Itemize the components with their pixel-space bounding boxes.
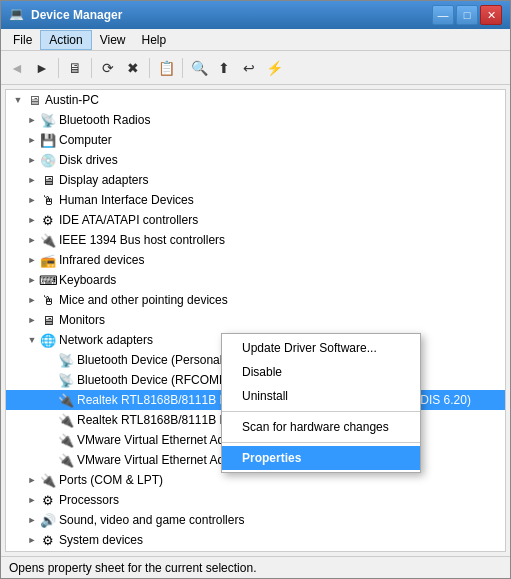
context-update-driver[interactable]: Update Driver Software... (222, 336, 420, 360)
toolbar-sep-4 (182, 58, 183, 78)
context-sep-1 (222, 411, 420, 412)
monitor-icon: 🖥 (40, 312, 56, 328)
maximize-button[interactable]: □ (456, 5, 478, 25)
tree-item-ports[interactable]: ► 🔌 Ports (COM & LPT) (6, 470, 505, 490)
tree-item-system[interactable]: ► ⚙ System devices (6, 530, 505, 550)
tree-item-computer[interactable]: ► 💾 Computer (6, 130, 505, 150)
expand-vmware1 (42, 432, 58, 448)
system-label: System devices (59, 533, 143, 547)
window-icon: 💻 (9, 7, 25, 23)
tree-item-hid[interactable]: ► 🖱 Human Interface Devices (6, 190, 505, 210)
root-label: Austin-PC (45, 93, 99, 107)
ports-icon: 🔌 (40, 472, 56, 488)
forward-button[interactable]: ► (30, 56, 54, 80)
display-icon: 🖥 (40, 172, 56, 188)
tree-item-keyboard[interactable]: ► ⌨ Keyboards (6, 270, 505, 290)
scan-hardware-button[interactable]: 🔍 (187, 56, 211, 80)
expand-display: ► (24, 172, 40, 188)
window-title: Device Manager (31, 8, 122, 22)
expand-ports: ► (24, 472, 40, 488)
context-uninstall[interactable]: Uninstall (222, 384, 420, 408)
tree-item-disk[interactable]: ► 💿 Disk drives (6, 150, 505, 170)
expand-disk: ► (24, 152, 40, 168)
tree-item-bluetooth[interactable]: ► 📡 Bluetooth Radios (6, 110, 505, 130)
toolbar: ◄ ► 🖥 ⟳ ✖ 📋 🔍 ⬆ ↩ ⚡ (1, 51, 510, 85)
tree-item-monitors[interactable]: ► 🖥 Monitors (6, 310, 505, 330)
tree-item-infrared[interactable]: ► 📻 Infrared devices (6, 250, 505, 270)
menu-bar: File Action View Help (1, 29, 510, 51)
update-driver-button[interactable]: ⬆ (212, 56, 236, 80)
expand-icon-root: ▼ (10, 92, 26, 108)
vmware2-icon: 🔌 (58, 452, 74, 468)
bluetooth-icon: 📡 (40, 112, 56, 128)
expand-system: ► (24, 532, 40, 548)
close-button[interactable]: ✕ (480, 5, 502, 25)
network-icon: 🌐 (40, 332, 56, 348)
ieee-label: IEEE 1394 Bus host controllers (59, 233, 225, 247)
expand-vmware2 (42, 452, 58, 468)
computer-button[interactable]: 🖥 (63, 56, 87, 80)
tree-item-ide[interactable]: ► ⚙ IDE ATA/ATAPI controllers (6, 210, 505, 230)
tree-item-ieee[interactable]: ► 🔌 IEEE 1394 Bus host controllers (6, 230, 505, 250)
device-manager-window: 💻 Device Manager — □ ✕ File Action View … (0, 0, 511, 579)
infrared-icon: 📻 (40, 252, 56, 268)
computer-icon: 🖥 (26, 92, 42, 108)
context-disable[interactable]: Disable (222, 360, 420, 384)
disable-device-button[interactable]: ⚡ (262, 56, 286, 80)
ide-icon: ⚙ (40, 212, 56, 228)
sound-icon: 🔊 (40, 512, 56, 528)
menu-file[interactable]: File (5, 30, 40, 50)
expand-processors: ► (24, 492, 40, 508)
expand-ieee: ► (24, 232, 40, 248)
computer-label: Computer (59, 133, 112, 147)
expand-infrared: ► (24, 252, 40, 268)
expand-mice: ► (24, 292, 40, 308)
menu-view[interactable]: View (92, 30, 134, 50)
ieee-icon: 🔌 (40, 232, 56, 248)
tree-item-usb[interactable]: ► 🔌 Universal Serial Bus controllers (6, 550, 505, 552)
realtek2-icon: 🔌 (58, 412, 74, 428)
context-scan[interactable]: Scan for hardware changes (222, 415, 420, 439)
context-properties[interactable]: Properties (222, 446, 420, 470)
tree-item-mice[interactable]: ► 🖱 Mice and other pointing devices (6, 290, 505, 310)
properties-button[interactable]: 📋 (154, 56, 178, 80)
hid-label: Human Interface Devices (59, 193, 194, 207)
monitors-label: Monitors (59, 313, 105, 327)
bt-pan-icon: 📡 (58, 352, 74, 368)
bluetooth-label: Bluetooth Radios (59, 113, 150, 127)
tree-root[interactable]: ▼ 🖥 Austin-PC (6, 90, 505, 110)
expand-ide: ► (24, 212, 40, 228)
expand-realtek2 (42, 412, 58, 428)
processors-icon: ⚙ (40, 492, 56, 508)
title-bar-left: 💻 Device Manager (9, 7, 122, 23)
keyboard-icon: ⌨ (40, 272, 56, 288)
status-text: Opens property sheet for the current sel… (9, 561, 256, 575)
rollback-driver-button[interactable]: ↩ (237, 56, 261, 80)
refresh-button[interactable]: ⟳ (96, 56, 120, 80)
tree-item-processors[interactable]: ► ⚙ Processors (6, 490, 505, 510)
tree-item-display[interactable]: ► 🖥 Display adapters (6, 170, 505, 190)
expand-realtek-sel (42, 392, 58, 408)
context-menu: Update Driver Software... Disable Uninst… (221, 333, 421, 473)
disk-icon: 💿 (40, 152, 56, 168)
menu-help[interactable]: Help (134, 30, 175, 50)
menu-action[interactable]: Action (40, 30, 91, 50)
infrared-label: Infrared devices (59, 253, 144, 267)
minimize-button[interactable]: — (432, 5, 454, 25)
mice-icon: 🖱 (40, 292, 56, 308)
status-bar: Opens property sheet for the current sel… (1, 556, 510, 578)
ports-label: Ports (COM & LPT) (59, 473, 163, 487)
context-sep-2 (222, 442, 420, 443)
expand-bt-pan (42, 352, 58, 368)
device-tree[interactable]: ▼ 🖥 Austin-PC ► 📡 Bluetooth Radios ► 💾 C… (5, 89, 506, 552)
toolbar-sep-2 (91, 58, 92, 78)
uninstall-button[interactable]: ✖ (121, 56, 145, 80)
tree-item-sound[interactable]: ► 🔊 Sound, video and game controllers (6, 510, 505, 530)
hid-icon: 🖱 (40, 192, 56, 208)
back-button[interactable]: ◄ (5, 56, 29, 80)
mice-label: Mice and other pointing devices (59, 293, 228, 307)
network-label: Network adapters (59, 333, 153, 347)
expand-bt-rfcomm (42, 372, 58, 388)
processors-label: Processors (59, 493, 119, 507)
bt-rfcomm-icon: 📡 (58, 372, 74, 388)
